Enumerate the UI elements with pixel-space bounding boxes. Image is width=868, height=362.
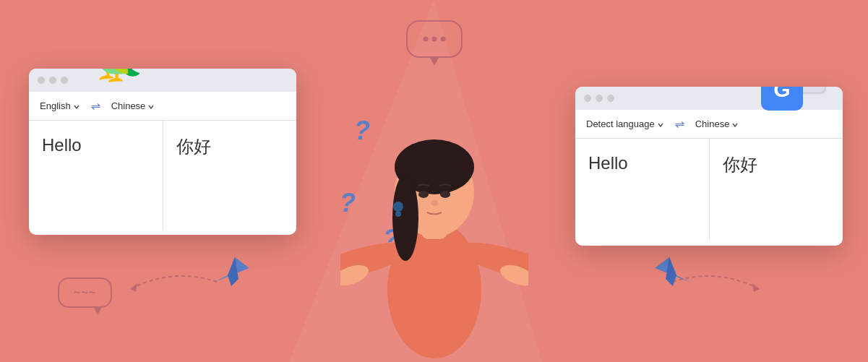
- right-translated-text: 你好: [723, 155, 757, 174]
- google-translate-icon: G 文: [761, 87, 825, 111]
- left-source-cell: Hello: [29, 121, 163, 229]
- speech-bubble-dots: [423, 37, 445, 42]
- left-target-cell: 你好: [163, 121, 297, 229]
- left-target-chevron[interactable]: [147, 100, 155, 113]
- google-g-letter: G: [773, 87, 790, 102]
- right-source-lang[interactable]: Detect language: [586, 118, 655, 129]
- dot2: [431, 37, 437, 42]
- parrot-icon: 🦜: [87, 69, 145, 84]
- dot1: [423, 37, 428, 42]
- svg-point-17: [418, 191, 429, 198]
- svg-point-16: [392, 174, 418, 261]
- right-target-lang[interactable]: Chinese: [695, 118, 730, 129]
- left-browser-titlebar: [29, 69, 296, 92]
- left-source-lang[interactable]: English: [40, 100, 71, 111]
- svg-marker-3: [752, 283, 760, 292]
- dot3: [440, 37, 445, 42]
- right-browser-window: G 文 Detect language ⇌ Chinese Hello 你好: [575, 87, 843, 246]
- bubble-tail-left: [93, 306, 102, 315]
- right-titlebar-dot-1: [584, 95, 591, 102]
- left-translation-content: Hello 你好: [29, 121, 296, 229]
- paper-plane-left: [213, 257, 253, 290]
- right-source-cell: Hello: [575, 139, 710, 240]
- paper-plane-right: [651, 257, 691, 290]
- left-source-text: Hello: [42, 135, 82, 155]
- right-translation-content: Hello 你好: [575, 139, 843, 240]
- svg-point-19: [431, 200, 438, 206]
- left-target-lang[interactable]: Chinese: [111, 100, 146, 111]
- titlebar-dot-1: [38, 77, 45, 84]
- svg-point-21: [395, 211, 401, 217]
- person-illustration: [340, 51, 528, 362]
- right-lang-bar: Detect language ⇌ Chinese: [575, 110, 843, 139]
- squiggle-text: ~~~: [74, 286, 96, 299]
- right-target-cell: 你好: [710, 139, 843, 240]
- right-source-text: Hello: [588, 153, 628, 173]
- left-translated-text: 你好: [176, 137, 211, 156]
- svg-marker-2: [130, 283, 137, 292]
- svg-point-20: [393, 202, 403, 212]
- speech-bubble-left: ~~~: [58, 277, 112, 308]
- titlebar-dot-3: [61, 77, 68, 84]
- google-icon-bg: G: [761, 87, 803, 111]
- swap-icon-left[interactable]: ⇌: [91, 99, 100, 113]
- svg-point-18: [440, 191, 450, 198]
- right-titlebar-dot-3: [607, 95, 614, 102]
- left-source-chevron[interactable]: [73, 100, 80, 113]
- right-target-chevron[interactable]: [731, 118, 739, 131]
- left-browser-window: 🦜 English ⇌ Chinese Hello 你好: [29, 69, 296, 235]
- swap-icon-right[interactable]: ⇌: [675, 117, 684, 131]
- titlebar-dot-2: [49, 77, 56, 84]
- left-lang-bar: English ⇌ Chinese: [29, 92, 296, 121]
- right-source-chevron[interactable]: [657, 118, 664, 131]
- right-titlebar-dot-2: [596, 95, 603, 102]
- translate-symbol: 文: [804, 87, 818, 89]
